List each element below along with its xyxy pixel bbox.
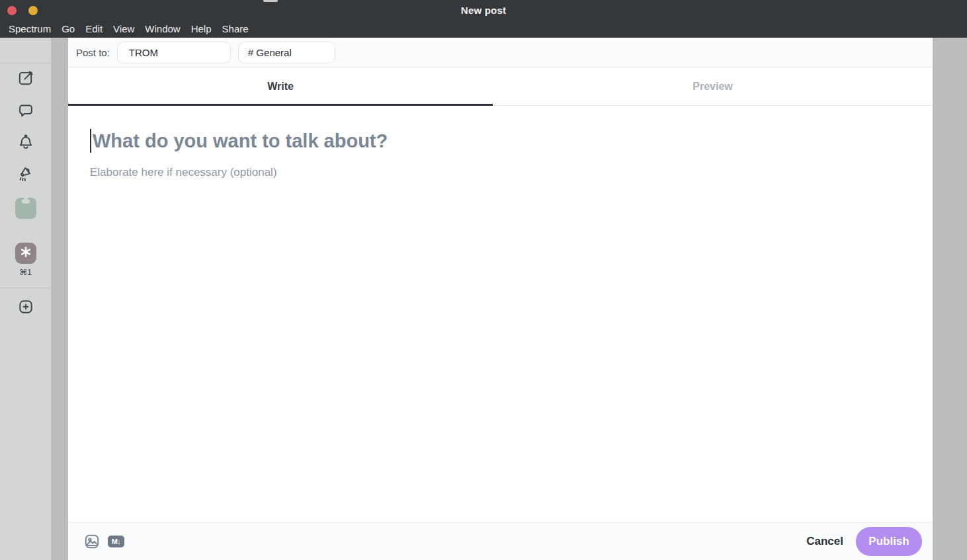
workspace-shortcut-label: ⌘1	[0, 268, 51, 277]
compose-button[interactable]	[17, 71, 34, 88]
post-body-input[interactable]: Elaborate here if necessary (optional)	[90, 165, 906, 180]
megaphone-icon	[17, 165, 34, 184]
channel-select-value: # General	[248, 47, 292, 58]
menu-row: Spectrum Go Edit View Window Help Share	[0, 20, 967, 38]
composer-tabs: Write Preview	[68, 67, 933, 106]
menu-item-share[interactable]: Share	[217, 23, 254, 34]
menu-item-help[interactable]: Help	[186, 23, 217, 34]
community-select-value: TROM	[129, 47, 158, 58]
announcements-button[interactable]	[17, 166, 34, 183]
plus-icon	[17, 298, 34, 318]
window-title: New post	[0, 0, 967, 20]
menu-bar: New post Spectrum Go Edit View Window He…	[0, 0, 967, 38]
bell-icon	[17, 134, 34, 153]
composer-footer: M↓ Cancel Publish	[68, 522, 933, 560]
community-tile-button[interactable]	[15, 198, 36, 219]
menu-item-view[interactable]: View	[108, 23, 140, 34]
sidebar-divider	[0, 288, 51, 288]
upload-image-button[interactable]	[83, 533, 101, 550]
post-title-input[interactable]: What do you want to talk about?	[90, 129, 906, 153]
post-to-label: Post to:	[76, 47, 110, 58]
compose-icon	[17, 69, 34, 89]
new-post-modal: Post to: TROM # General Write Preview Wh…	[68, 38, 933, 560]
photo-icon	[83, 541, 101, 552]
messages-button[interactable]	[17, 103, 34, 120]
publish-button[interactable]: Publish	[856, 527, 922, 556]
post-editor: What do you want to talk about? Elaborat…	[68, 106, 933, 180]
menu-item-spectrum[interactable]: Spectrum	[3, 23, 56, 34]
add-workspace-button[interactable]	[17, 300, 34, 317]
app-sidebar: ⌘1	[0, 38, 52, 560]
menu-item-window[interactable]: Window	[140, 23, 185, 34]
post-title-placeholder: What do you want to talk about?	[93, 129, 388, 153]
tab-preview[interactable]: Preview	[493, 67, 933, 105]
tab-write[interactable]: Write	[68, 67, 493, 105]
markdown-icon[interactable]: M↓	[108, 536, 124, 547]
cancel-button[interactable]: Cancel	[806, 535, 843, 548]
community-select[interactable]: TROM	[117, 42, 231, 63]
menu-item-go[interactable]: Go	[56, 23, 80, 34]
sidebar-divider	[0, 63, 51, 63]
chat-bubble-icon	[17, 102, 34, 122]
asterisk-icon	[19, 245, 32, 261]
menu-item-edit[interactable]: Edit	[80, 23, 108, 34]
post-to-row: Post to: TROM # General	[68, 38, 933, 67]
text-caret	[90, 129, 91, 153]
workspace-tile-active[interactable]	[15, 243, 36, 264]
notifications-button[interactable]	[17, 135, 34, 152]
channel-select[interactable]: # General	[238, 42, 335, 63]
